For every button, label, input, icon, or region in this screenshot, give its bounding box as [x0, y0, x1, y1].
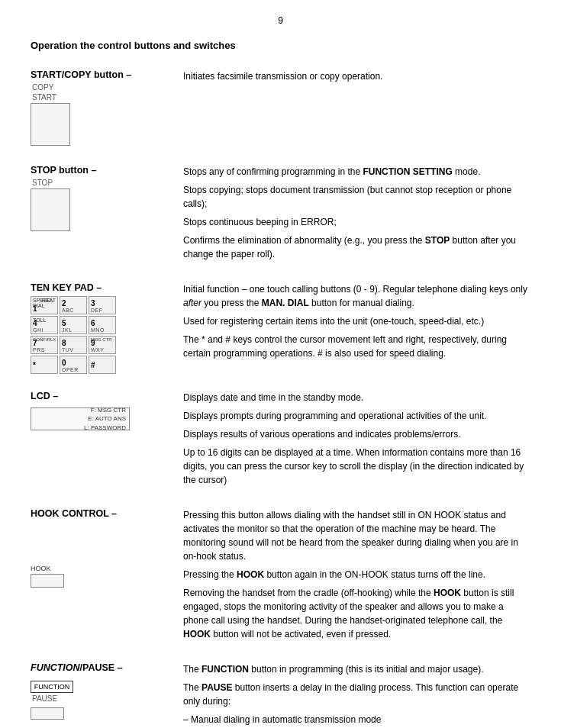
key-3-sub: DEF [91, 308, 103, 313]
stop-desc-4: Confirms the elimination of abnormality … [183, 234, 530, 261]
key-2[interactable]: 2 ABC [60, 296, 87, 314]
lcd-label-f: F: MSG CTR [84, 406, 126, 414]
key-0-sub: OPER [62, 367, 79, 372]
function-button-container: FUNCTION PAUSE [31, 681, 183, 722]
key-4[interactable]: TOLL 4 GHI [31, 316, 58, 334]
lcd-section: LCD – F: MSG CTR E: AUTO ANS L: PASSWORD… [31, 391, 530, 491]
key-3[interactable]: 3 DEF [89, 296, 116, 314]
function-label-normal: /PAUSE – [80, 662, 123, 673]
function-pause-left: FUNCTION/PAUSE – FUNCTION PAUSE [31, 662, 183, 722]
hook-desc-1: Pressing this button allows dialing with… [183, 508, 530, 563]
key-7-top: CONF/RLX [33, 337, 56, 342]
function-pause-section: FUNCTION/PAUSE – FUNCTION PAUSE The FUNC… [31, 662, 530, 728]
ten-key-pad-label: TEN KEY PAD – [31, 282, 183, 293]
stop-desc-3: Stops continuous beeping in ERROR; [183, 215, 530, 229]
lcd-label-e: E: AUTO ANS [84, 414, 126, 423]
pause-sublabel: PAUSE [32, 694, 183, 703]
lcd-display: F: MSG CTR E: AUTO ANS L: PASSWORD [31, 407, 130, 430]
key-4-top: TOLL [33, 317, 46, 323]
key-7[interactable]: CONF/RLX 7 PRS [31, 336, 58, 354]
pause-button[interactable] [31, 707, 64, 720]
key-8[interactable]: 8 TUV [60, 336, 87, 354]
start-copy-description: Initiates facsimile transmission or copy… [183, 69, 530, 88]
key-9-top: MSG CTR [91, 337, 112, 342]
function-button[interactable]: FUNCTION [31, 681, 73, 693]
hook-control-label: HOOK CONTROL – [31, 508, 183, 519]
lcd-desc-4: Up to 16 digits can be displayed at a ti… [183, 446, 530, 487]
lcd-label: LCD – [31, 391, 183, 401]
hook-desc-3: Removing the handset from the cradle (of… [183, 586, 530, 641]
start-copy-section: START/COPY button – COPY START Initiates… [31, 69, 530, 148]
start-sublabel: START [32, 93, 183, 101]
ten-key-pad-description: Initial function – one touch calling but… [183, 282, 530, 365]
keypad-grid: SPEED DIAL REAT 1 2 ABC 3 DEF TOLL 4 GHI… [31, 296, 183, 374]
lcd-desc-2: Displays prompts during programming and … [183, 409, 530, 423]
lcd-label-l: L: PASSWORD [84, 424, 126, 432]
key-hash[interactable]: # [89, 356, 116, 374]
ten-key-desc-2: Used for registering certain items into … [183, 314, 530, 328]
page-number: 9 [31, 15, 530, 26]
ten-key-desc-3: The * and # keys control the cursor move… [183, 333, 530, 360]
function-pause-label: FUNCTION/PAUSE – [31, 662, 183, 673]
lcd-left: LCD – F: MSG CTR E: AUTO ANS L: PASSWORD [31, 391, 183, 433]
start-copy-label: START/COPY button – [31, 69, 183, 80]
key-0[interactable]: 0 OPER [60, 356, 87, 374]
stop-desc-1: Stops any of confirming programming in t… [183, 165, 530, 179]
function-pause-description: The FUNCTION button in programming (this… [183, 662, 530, 728]
stop-label-text: STOP [31, 165, 56, 176]
key-5[interactable]: 5 JKL [60, 316, 87, 334]
key-1-topright: REAT [42, 298, 56, 303]
copy-sublabel: COPY [32, 83, 183, 92]
stop-button[interactable] [31, 188, 70, 231]
key-6-sub: MNO [91, 327, 105, 333]
hook-desc-2: Pressing the HOOK button again in the ON… [183, 568, 530, 581]
key-2-main: 2 [62, 299, 66, 308]
start-copy-label-text: START/COPY [31, 69, 91, 80]
key-1[interactable]: SPEED DIAL REAT 1 [31, 296, 58, 314]
key-6[interactable]: 6 MNO [89, 316, 116, 334]
key-5-sub: JKL [62, 327, 73, 333]
key-5-main: 5 [62, 319, 66, 327]
stop-label: STOP button – [31, 165, 183, 176]
hook-control-left: HOOK CONTROL – HOOK [31, 508, 183, 590]
key-8-main: 8 [62, 339, 66, 347]
key-9-sub: WXY [91, 347, 104, 353]
key-4-sub: GHI [33, 327, 44, 333]
start-copy-label-suffix: button – [91, 69, 131, 80]
stop-desc-2: Stops copying; stops document transmissi… [183, 183, 530, 211]
lcd-display-container: F: MSG CTR E: AUTO ANS L: PASSWORD [31, 407, 183, 430]
key-9[interactable]: MSG CTR 9 WXY [89, 336, 116, 354]
lcd-indicator-labels: F: MSG CTR E: AUTO ANS L: PASSWORD [84, 406, 126, 432]
ten-key-desc-1: Initial function – one touch calling but… [183, 282, 530, 310]
ten-key-pad-section: TEN KEY PAD – SPEED DIAL REAT 1 2 ABC 3 … [31, 282, 530, 374]
page-title: Operation the control buttons and switch… [31, 40, 530, 51]
func-desc-3: – Manual dialing in automatic transmissi… [183, 713, 530, 726]
key-hash-main: # [91, 361, 95, 369]
key-3-main: 3 [91, 299, 95, 308]
hook-button[interactable] [31, 574, 64, 588]
start-copy-left: START/COPY button – COPY START [31, 69, 183, 148]
key-8-sub: TUV [62, 347, 74, 353]
hook-control-section: HOOK CONTROL – HOOK Pressing this button… [31, 508, 530, 646]
func-desc-1: The FUNCTION button in programming (this… [183, 662, 530, 676]
key-star-main: * [33, 361, 36, 369]
stop-section: STOP button – STOP Stops any of confirmi… [31, 165, 530, 266]
stop-label-suffix: button – [56, 165, 97, 176]
key-0-main: 0 [62, 359, 66, 367]
stop-description: Stops any of confirming programming in t… [183, 165, 530, 266]
start-copy-button[interactable] [31, 103, 70, 146]
lcd-description: Displays date and time in the standby mo… [183, 391, 530, 491]
ten-key-pad-left: TEN KEY PAD – SPEED DIAL REAT 1 2 ABC 3 … [31, 282, 183, 374]
key-star[interactable]: * [31, 356, 58, 374]
stop-left: STOP button – STOP [31, 165, 183, 234]
start-copy-desc-text: Initiates facsimile transmission or copy… [183, 69, 530, 83]
key-2-sub: ABC [62, 308, 74, 313]
key-7-sub: PRS [33, 347, 45, 353]
lcd-desc-1: Displays date and time in the standby mo… [183, 391, 530, 404]
stop-sublabel: STOP [32, 179, 183, 187]
hook-button-container: HOOK [31, 565, 183, 590]
func-desc-2: The PAUSE button inserts a delay in the … [183, 681, 530, 708]
key-6-main: 6 [91, 319, 95, 327]
hook-control-description: Pressing this button allows dialing with… [183, 508, 530, 646]
hook-sublabel: HOOK [31, 565, 183, 572]
